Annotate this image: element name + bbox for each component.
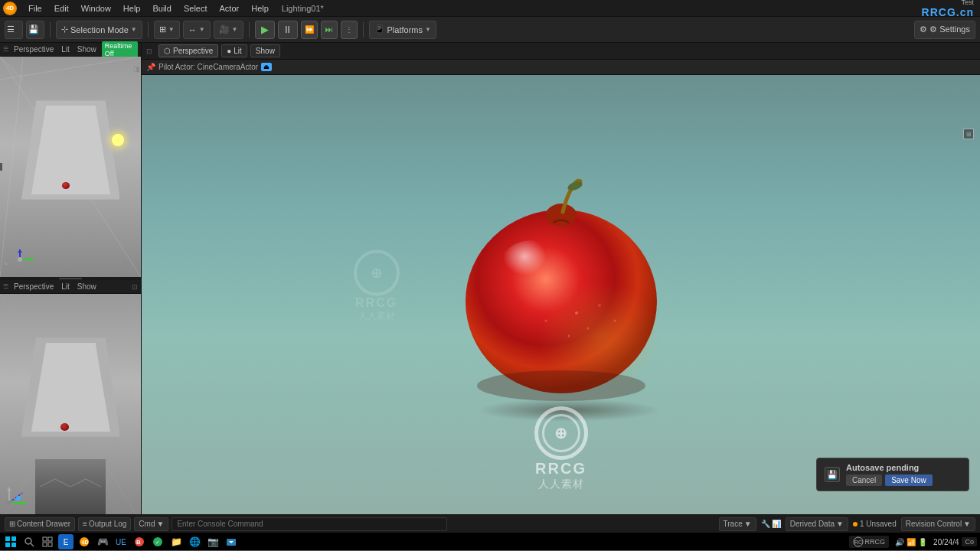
- apple-wrapper: [446, 168, 676, 422]
- app-icon-6[interactable]: ✓: [150, 534, 165, 549]
- cmd-btn[interactable]: Cmd ▼: [134, 517, 168, 531]
- vp-maximize-icon[interactable]: ⊡: [146, 47, 152, 55]
- app-icon-10[interactable]: [224, 534, 239, 549]
- menu-edit[interactable]: Edit: [49, 2, 74, 15]
- taskbar-rrcg-text: RRCG: [865, 538, 886, 546]
- cmd-label: Cmd: [139, 520, 155, 528]
- console-input[interactable]: [172, 517, 447, 531]
- app-icon-1[interactable]: E: [58, 534, 74, 549]
- mini-header-top: ☰ Perspective Lit Show Realtime Off: [0, 43, 141, 57]
- apple-scene[interactable]: ⊕ RRCG 人人素材: [142, 75, 980, 514]
- menu-actor[interactable]: Actor: [214, 2, 245, 15]
- cmd-arrow: ▼: [156, 520, 164, 528]
- taskbar-network-icon[interactable]: 📶: [906, 538, 916, 546]
- stop-button[interactable]: ⏩: [301, 21, 318, 39]
- axis-widget-top: ↘: [3, 248, 38, 272]
- toolbar-icon-2[interactable]: 💾: [26, 21, 44, 39]
- app-icon-8[interactable]: 🌐: [187, 534, 202, 549]
- pilot-bar: 📌 Pilot Actor: CineCameraActor ⏏: [142, 60, 980, 75]
- app-icon-2[interactable]: 4D: [77, 534, 92, 549]
- watermark-text: RRCG: [355, 295, 397, 309]
- vp-tab-show[interactable]: Show: [250, 44, 280, 57]
- derived-data-btn[interactable]: Derived Data ▼: [786, 517, 848, 531]
- menu-build[interactable]: Build: [147, 2, 176, 15]
- icon-2[interactable]: 📊: [772, 520, 781, 528]
- mini-perspective-top[interactable]: Perspective: [11, 45, 56, 54]
- app-icon-9[interactable]: 📷: [205, 534, 220, 549]
- main-toolbar: ☰ 💾 ⊹ Selection Mode ▼ ⊞ ▼ ↔ ▼ 🎥 ▼ ▶ ⏸ ⏩…: [0, 17, 980, 43]
- menu-select[interactable]: Select: [178, 2, 213, 15]
- transform-btn[interactable]: ↔ ▼: [183, 21, 211, 39]
- snap-arrow: ▼: [168, 26, 175, 33]
- taskbar: E 4D 🎮 UE B ✓ 📁 🌐 📷: [0, 533, 980, 551]
- trace-btn[interactable]: Trace ▼: [719, 517, 756, 531]
- pilot-label: Pilot Actor: CineCameraActor: [158, 63, 258, 71]
- snap-btn[interactable]: ⊞ ▼: [154, 21, 180, 39]
- selection-mode-btn[interactable]: ⊹ Selection Mode ▼: [56, 21, 142, 39]
- apple-dot-top: [62, 182, 70, 189]
- svg-point-23: [7, 500, 11, 505]
- autosave-cancel-button[interactable]: Cancel: [846, 474, 882, 486]
- mini-show-top[interactable]: Show: [75, 45, 99, 54]
- apple-container: [446, 168, 676, 414]
- expand-icon-bottom[interactable]: ⊡: [132, 283, 138, 291]
- platforms-icon: 📱: [374, 24, 385, 34]
- svg-marker-21: [7, 487, 11, 491]
- corner-lines-svg: [0, 57, 141, 277]
- search-taskbar-icon[interactable]: [21, 534, 37, 549]
- icon-1[interactable]: 🔧: [761, 520, 770, 528]
- vp-handle-top[interactable]: ◨: [132, 64, 141, 73]
- trace-label: Trace: [724, 520, 743, 528]
- vp-corner-icon[interactable]: ⊞: [963, 129, 974, 139]
- platforms-btn[interactable]: 📱 Platforms ▼: [369, 21, 436, 39]
- svg-line-1: [0, 57, 141, 80]
- vp-tab-lit[interactable]: ● Lit: [221, 44, 247, 57]
- mini-canvas-top[interactable]: ↘ ◨: [0, 57, 141, 277]
- menu-window[interactable]: Window: [76, 2, 116, 15]
- taskbar-corner-text[interactable]: Co: [962, 537, 977, 546]
- pause-button[interactable]: ⏸: [278, 21, 298, 39]
- sep-1: [50, 22, 51, 37]
- main-viewport: ⊡ ⬡ Perspective ● Lit Show 📌 Pilot Actor…: [142, 43, 980, 514]
- menu-help2[interactable]: Help: [246, 2, 274, 15]
- vp-tab-perspective[interactable]: ⬡ Perspective: [158, 44, 218, 57]
- pilot-badge[interactable]: ⏏: [261, 63, 272, 71]
- play-button[interactable]: ▶: [255, 21, 275, 39]
- svg-text:✓: ✓: [155, 540, 160, 545]
- sep-4: [363, 22, 364, 37]
- options-button[interactable]: ⋮: [341, 21, 358, 39]
- svg-text:↘: ↘: [3, 260, 8, 266]
- drawer-icon: ⊞: [9, 520, 15, 528]
- mini-viewport-bottom: ☰ Perspective Lit Show ⊡: [0, 280, 141, 514]
- eject-button[interactable]: ⏭: [321, 21, 338, 39]
- trace-arrow: ▼: [744, 520, 752, 528]
- lit-label: Lit: [234, 47, 242, 55]
- menu-help[interactable]: Help: [118, 2, 146, 15]
- menu-file[interactable]: File: [23, 2, 47, 15]
- mini-lit-bottom[interactable]: Lit: [59, 282, 72, 291]
- app-icon-7[interactable]: 📁: [168, 534, 184, 549]
- derived-data-label: Derived Data: [790, 520, 835, 528]
- app-icon-4[interactable]: UE: [113, 534, 129, 549]
- content-drawer-btn[interactable]: ⊞ Content Drawer: [5, 517, 75, 531]
- svg-point-12: [18, 257, 22, 262]
- windows-start-icon[interactable]: [3, 534, 18, 549]
- mini-lit-top[interactable]: Lit: [59, 45, 72, 54]
- play-icon: ▶: [261, 24, 269, 35]
- revision-control-btn[interactable]: Revision Control ▼: [901, 517, 975, 531]
- mini-canvas-bottom[interactable]: [0, 294, 141, 514]
- mini-show-bottom[interactable]: Show: [75, 282, 99, 291]
- toolbar-icon-1[interactable]: ☰: [5, 21, 23, 39]
- output-log-btn[interactable]: ≡ Output Log: [78, 517, 131, 531]
- taskview-icon[interactable]: [40, 534, 55, 549]
- autosave-save-button[interactable]: Save Now: [885, 474, 933, 486]
- camera-btn[interactable]: 🎥 ▼: [214, 21, 243, 39]
- app-icon-5[interactable]: B: [132, 534, 147, 549]
- settings-btn[interactable]: ⚙ ⚙ Settings: [914, 21, 975, 39]
- mini-perspective-bottom[interactable]: Perspective: [11, 282, 56, 291]
- svg-line-5: [0, 57, 141, 210]
- scene-watermark: ⊕ RRCG 人人素材: [354, 249, 400, 322]
- taskbar-battery-icon[interactable]: 🔋: [918, 538, 927, 546]
- taskbar-volume-icon[interactable]: 🔊: [895, 538, 904, 546]
- app-icon-3[interactable]: 🎮: [95, 534, 110, 549]
